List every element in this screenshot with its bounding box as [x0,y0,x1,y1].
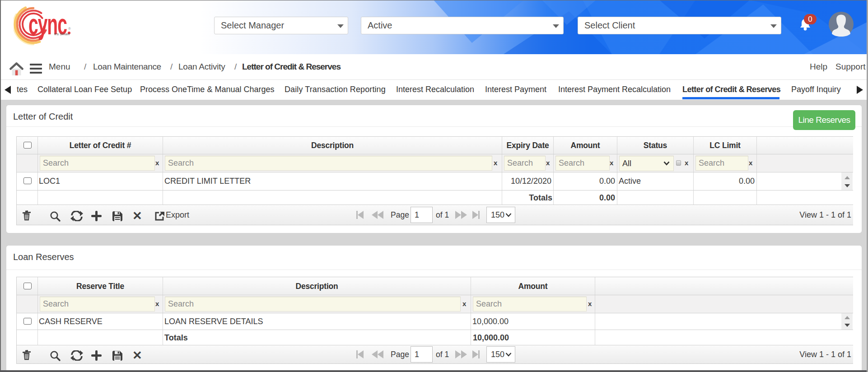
svg-text:It's Smart: It's Smart [54,32,70,36]
svg-text:®: ® [68,27,71,31]
